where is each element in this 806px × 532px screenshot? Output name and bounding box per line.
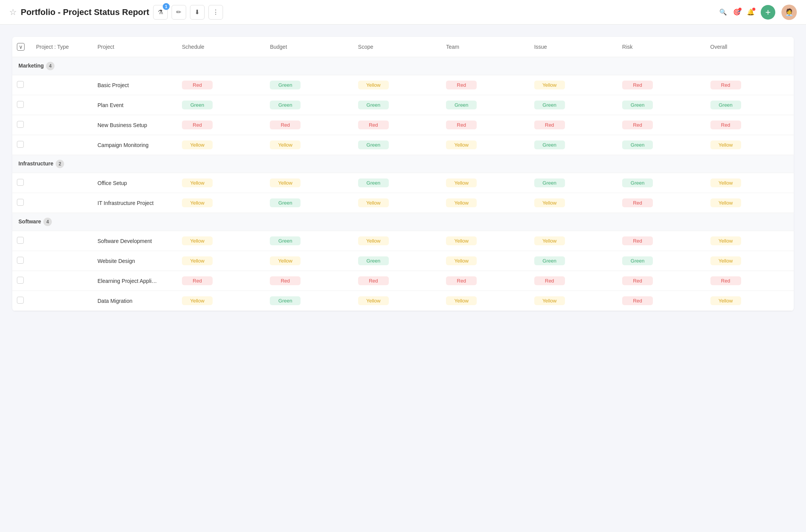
avatar[interactable]: 🧑‍💼 [781, 5, 797, 20]
row-team: Red [441, 115, 529, 135]
status-badge: Yellow [182, 296, 213, 305]
row-schedule: Yellow [177, 251, 265, 271]
row-checkbox-cell[interactable] [12, 75, 31, 95]
row-risk: Green [618, 135, 705, 155]
edit-button[interactable]: ✏ [172, 5, 186, 20]
row-overall: Yellow [706, 135, 794, 155]
row-checkbox-cell[interactable] [12, 291, 31, 311]
target-notification-dot [738, 8, 742, 11]
row-issue: Red [530, 271, 618, 291]
status-badge: Red [534, 276, 565, 285]
status-badge: Red [710, 121, 741, 129]
status-badge: Green [270, 81, 301, 89]
status-badge: Red [622, 198, 653, 207]
row-checkbox[interactable] [17, 257, 24, 264]
row-checkbox-cell[interactable] [12, 271, 31, 291]
group-count: 2 [56, 160, 64, 168]
row-team: Yellow [441, 173, 529, 193]
group-count: 4 [43, 218, 52, 226]
page-title: Portfolio - Project Status Report [21, 7, 149, 17]
filter-icon: ⚗ [158, 8, 163, 16]
table-header: ∨ Project : Type Project Schedule Budget… [12, 37, 794, 57]
row-checkbox[interactable] [17, 121, 24, 128]
filter-button[interactable]: ⚗ 1 [153, 5, 168, 20]
status-badge: Red [446, 276, 477, 285]
row-checkbox[interactable] [17, 199, 24, 206]
status-badge: Yellow [182, 236, 213, 245]
col-project-type: Project : Type [31, 37, 93, 57]
status-badge: Red [446, 121, 477, 129]
main-content: ∨ Project : Type Project Schedule Budget… [0, 25, 806, 323]
row-checkbox-cell[interactable] [12, 173, 31, 193]
more-button[interactable]: ⋮ [208, 5, 223, 20]
group-count: 4 [46, 62, 55, 70]
status-badge: Green [534, 256, 565, 265]
table-row: Basic ProjectRedGreenYellowRedYellowRedR… [12, 75, 794, 95]
row-team: Red [441, 271, 529, 291]
row-checkbox-cell[interactable] [12, 231, 31, 251]
group-name: Software [18, 218, 41, 225]
row-checkbox-cell[interactable] [12, 193, 31, 213]
add-button[interactable]: + [761, 5, 775, 20]
row-schedule: Yellow [177, 173, 265, 193]
header-checkbox[interactable]: ∨ [17, 43, 25, 51]
bell-icon[interactable]: 🔔 [747, 8, 755, 16]
row-type [31, 231, 93, 251]
row-scope: Green [353, 135, 441, 155]
status-badge: Yellow [270, 256, 301, 265]
table-row: Plan EventGreenGreenGreenGreenGreenGreen… [12, 95, 794, 115]
search-icon[interactable]: 🔍 [719, 8, 727, 16]
status-badge: Red [182, 121, 213, 129]
row-type [31, 271, 93, 291]
row-scope: Green [353, 251, 441, 271]
status-badge: Green [622, 140, 653, 149]
group-row-1: Infrastructure2 [12, 155, 794, 173]
header-checkbox-cell[interactable]: ∨ [12, 37, 31, 57]
row-team: Red [441, 75, 529, 95]
edit-icon: ✏ [176, 8, 181, 16]
status-badge: Yellow [270, 178, 301, 187]
row-project-name: Data Migration [93, 291, 177, 311]
download-button[interactable]: ⬇ [190, 5, 205, 20]
row-scope: Red [353, 271, 441, 291]
row-issue: Yellow [530, 75, 618, 95]
star-icon[interactable]: ☆ [9, 7, 17, 17]
status-badge: Yellow [534, 198, 565, 207]
table-container: ∨ Project : Type Project Schedule Budget… [12, 37, 794, 311]
status-badge: Green [534, 101, 565, 109]
group-label-2: Software4 [12, 213, 794, 231]
row-overall: Yellow [706, 251, 794, 271]
row-budget: Red [265, 271, 353, 291]
status-badge: Green [270, 296, 301, 305]
row-checkbox[interactable] [17, 277, 24, 284]
row-checkbox[interactable] [17, 297, 24, 304]
row-issue: Yellow [530, 291, 618, 311]
status-badge: Yellow [182, 140, 213, 149]
row-checkbox-cell[interactable] [12, 115, 31, 135]
row-checkbox[interactable] [17, 141, 24, 148]
row-budget: Red [265, 115, 353, 135]
status-badge: Green [270, 198, 301, 207]
row-schedule: Yellow [177, 135, 265, 155]
status-badge: Yellow [710, 140, 741, 149]
row-checkbox[interactable] [17, 101, 24, 108]
row-schedule: Yellow [177, 193, 265, 213]
row-project-name: Basic Project [93, 75, 177, 95]
row-checkbox-cell[interactable] [12, 135, 31, 155]
row-checkbox[interactable] [17, 179, 24, 186]
status-badge: Yellow [534, 81, 565, 89]
row-checkbox[interactable] [17, 237, 24, 244]
status-badge: Yellow [446, 198, 477, 207]
status-badge: Yellow [182, 256, 213, 265]
row-type [31, 115, 93, 135]
table-row: Campaign MonitoringYellowYellowGreenYell… [12, 135, 794, 155]
status-badge: Yellow [358, 198, 389, 207]
status-badge: Yellow [710, 296, 741, 305]
target-icon[interactable]: 🎯 [733, 8, 741, 16]
row-checkbox[interactable] [17, 81, 24, 88]
row-budget: Yellow [265, 135, 353, 155]
row-type [31, 251, 93, 271]
status-badge: Red [622, 81, 653, 89]
row-checkbox-cell[interactable] [12, 251, 31, 271]
row-checkbox-cell[interactable] [12, 95, 31, 115]
